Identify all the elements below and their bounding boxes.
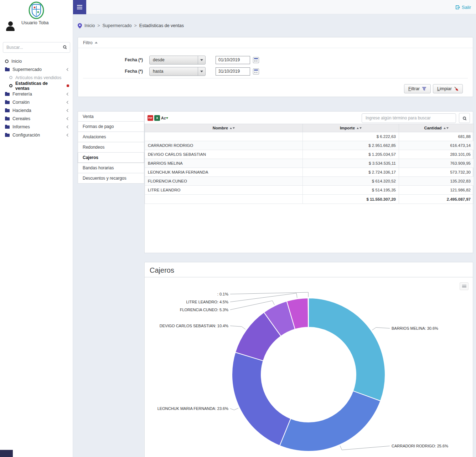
tab-redondeos[interactable]: Redondeos	[78, 142, 144, 153]
donut-slice-leonchuk-maria-fernanda[interactable]	[232, 352, 291, 446]
cell-cantidad: 121.986,82	[399, 186, 474, 195]
tab-formas-de-pago[interactable]: Formas de pago	[78, 122, 144, 132]
sidebar-item-ferreteri-a[interactable]: Ferretería	[0, 90, 73, 98]
slice-label-barrios-melina: BARRIOS MELINA: 30.6%	[392, 326, 438, 330]
pdf-export-icon[interactable]: PDF	[148, 115, 153, 121]
table-total-row: $ 11.550.307,202.495.087,97	[145, 195, 474, 204]
calendar-hasta-icon[interactable]	[253, 68, 259, 75]
table-search-button[interactable]	[459, 113, 470, 123]
cell-importe: $ 2.724.336,17	[303, 168, 399, 177]
sidebar-item-inicio[interactable]: Inicio	[0, 57, 73, 65]
sidebar-item-label: Hacienda	[12, 108, 31, 113]
cell-nombre: BARRIOS MELINA	[145, 159, 303, 168]
cell-nombre	[145, 132, 303, 141]
broom-icon	[454, 87, 459, 91]
chevron-left-icon	[67, 117, 69, 120]
tab-label: Venta	[83, 114, 94, 119]
calendar-desde-icon[interactable]	[253, 57, 259, 63]
sort-asc-icon[interactable]	[444, 127, 446, 129]
filtrar-button[interactable]: Filtrar	[404, 84, 431, 93]
fecha-desde-select[interactable]: desde	[149, 56, 206, 65]
sidebar-item-label: Configuración	[12, 133, 40, 138]
sort-asc-icon[interactable]	[230, 127, 232, 129]
search-icon[interactable]	[63, 45, 66, 48]
tab-label: Bandas horarias	[83, 165, 114, 170]
sort-desc-icon[interactable]	[446, 127, 449, 129]
sidebar-item-label: Corralón	[12, 100, 30, 105]
column-header-cantidad[interactable]: Cantidad	[399, 124, 474, 132]
results-panel: PDF X Az NombreImporteCantidad $ 6.222,6…	[144, 111, 473, 253]
circle-icon	[9, 84, 12, 87]
filter-panel: Filtro Fecha (*) desde Fecha (*) hasta F…	[78, 37, 473, 97]
sidebar-item-supermercado[interactable]: Supermercado	[0, 65, 73, 73]
table-row: CARRADORI RODRIGO$ 2.951.662,85616.473,1…	[145, 141, 474, 150]
fecha-hasta-select-value: hasta	[153, 69, 163, 74]
menu-toggle-button[interactable]	[73, 0, 86, 14]
fecha-hasta-select[interactable]: hasta	[149, 67, 206, 76]
cell-importe: $ 2.951.662,85	[303, 141, 399, 150]
sidebar-search-input[interactable]	[3, 42, 70, 53]
logout-icon	[455, 5, 460, 10]
divider	[83, 78, 468, 78]
total-cantidad: 2.495.087,97	[399, 195, 474, 204]
cell-importe: $ 614.320,52	[303, 177, 399, 186]
active-indicator-icon	[67, 84, 69, 87]
donut-slice-carradori-rodrigo[interactable]	[280, 391, 381, 451]
cell-cantidad: 283.101,05	[399, 150, 474, 159]
breadcrumb-item-inicio[interactable]: Inicio	[84, 23, 95, 28]
tab-descuentos-y-recargos[interactable]: Descuentos y recargos	[78, 173, 144, 184]
sidebar-item-cereales[interactable]: Cereales	[0, 114, 73, 123]
sort-desc-icon[interactable]	[233, 127, 235, 129]
chevron-left-icon	[67, 125, 69, 128]
funnel-icon	[422, 87, 426, 91]
donut-slice-sin-nombre[interactable]	[308, 298, 309, 327]
folder-icon	[5, 93, 10, 96]
sort-az-icon[interactable]: Az	[161, 116, 168, 120]
sort-asc-icon[interactable]	[357, 127, 359, 129]
cell-importe: $ 6.222,63	[303, 132, 399, 141]
donut-slice-barrios-melina[interactable]	[309, 298, 385, 401]
table-header-row: NombreImporteCantidad	[145, 124, 474, 132]
sidebar-item-label: Ferretería	[12, 92, 32, 97]
table-row: FLORENCIA CUNEO$ 614.320,52135.202,83	[145, 177, 474, 186]
cell-cantidad: 135.202,83	[399, 177, 474, 186]
sort-desc-icon[interactable]	[359, 127, 362, 129]
slice-label-leonchuk-maria-fernanda: LEONCHUK MARIA FERNANDA: 23.6%	[157, 406, 228, 411]
tab-label: Formas de pago	[83, 124, 114, 129]
logout-link[interactable]: Salir	[455, 0, 471, 14]
sidebar-item-informes[interactable]: Informes	[0, 123, 73, 131]
tab-venta[interactable]: Venta	[78, 111, 144, 122]
column-header-importe[interactable]: Importe	[303, 124, 399, 132]
tab-anulaciones[interactable]: Anulaciones	[78, 132, 144, 142]
sidebar-item-hacienda[interactable]: Hacienda	[0, 106, 73, 114]
sort-arrows	[444, 127, 449, 129]
folder-icon	[5, 117, 10, 120]
sidebar-item-configuracio-n[interactable]: Configuración	[0, 131, 73, 139]
table-search-input[interactable]	[362, 113, 456, 123]
column-header-nombre[interactable]: Nombre	[145, 124, 303, 132]
sidebar-item-estadi-sticas-de-ventas[interactable]: Estadísticas de ventas	[0, 82, 73, 90]
cajeros-donut-chart: BARRIOS MELINA: 30.6%CARRADORI RODRIGO: …	[145, 279, 474, 457]
folder-icon	[5, 68, 10, 71]
fecha-desde-select-value: desde	[153, 57, 165, 62]
cell-importe: $ 3.534.535,11	[303, 159, 399, 168]
collapse-icon	[95, 42, 98, 43]
sort-arrows	[230, 127, 235, 129]
chevron-down-icon	[200, 59, 203, 61]
column-label: Importe	[340, 126, 355, 130]
breadcrumb-item-supermercado[interactable]: Supermercado	[103, 23, 132, 28]
cell-nombre: CARRADORI RODRIGO	[145, 141, 303, 150]
fecha-hasta-input[interactable]	[216, 67, 250, 76]
sidebar-item-label: Artículos más vendidos	[15, 75, 61, 80]
location-pin-icon	[78, 23, 82, 29]
filter-header[interactable]: Filtro	[78, 37, 473, 48]
user-name: Usuario Toba	[21, 20, 48, 25]
tab-bandas-horarias[interactable]: Bandas horarias	[78, 163, 144, 173]
excel-export-icon[interactable]: X	[154, 115, 160, 121]
fecha-desde-input[interactable]	[216, 56, 250, 64]
tab-cajeros[interactable]: Cajeros	[78, 153, 144, 163]
fecha-hasta-label: Fecha (*)	[78, 69, 143, 74]
chevron-left-icon	[67, 109, 69, 112]
sidebar-item-corralo-n[interactable]: Corralón	[0, 98, 73, 106]
limpiar-button[interactable]: Limpiar	[433, 84, 463, 93]
